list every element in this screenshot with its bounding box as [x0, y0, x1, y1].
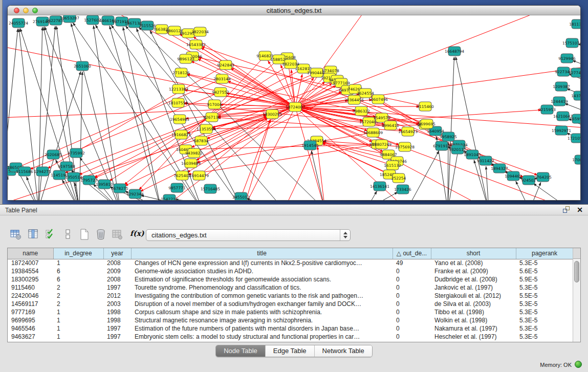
graph-node-label: 1914545 — [301, 143, 319, 148]
status-bar: Memory: OK — [0, 358, 588, 372]
float-panel-icon[interactable] — [562, 206, 571, 214]
graph-node-label: 1894327 — [491, 166, 508, 171]
show-columns-button[interactable] — [27, 228, 40, 242]
new-file-icon — [78, 228, 91, 240]
table-cell: Genome-wide association studies in ADHD. — [131, 267, 393, 275]
graph-node-label: 9699695 — [418, 122, 435, 126]
table-cell: 5.9E-5 — [516, 275, 573, 283]
delete-columns-button[interactable] — [94, 228, 107, 242]
graph-node-label: 16039489 — [181, 161, 201, 166]
column-header-pagerank[interactable]: pagerank — [516, 248, 573, 259]
graph-node-label: 2718126 — [172, 71, 190, 75]
graph-edge — [407, 151, 439, 201]
table-cell: 5.5E-5 — [516, 292, 573, 300]
column-header-out_de[interactable]: △ out_de... — [393, 248, 431, 259]
table-cell: 5.3E-5 — [516, 283, 573, 292]
table-panel-titlebar: Table Panel ✕ — [0, 205, 588, 215]
table-row[interactable]: 946554611997Estimation of the future num… — [8, 324, 573, 333]
graph-node-label: 15716485 — [201, 187, 220, 191]
table-selector-value: citations_edges.txt — [151, 231, 207, 239]
graph-node-label: 1395810 — [96, 182, 113, 187]
table-cell: 0 — [393, 275, 431, 283]
graph-node-label: 1891045 — [464, 152, 481, 157]
table-row[interactable]: 977716911998Corpus callosum shape and si… — [8, 308, 573, 316]
graph-node-label: 3215953 — [538, 107, 556, 112]
select-all-columns-button[interactable] — [44, 228, 57, 242]
table-cell: 6 — [53, 267, 103, 275]
graph-nodes: 1872400724055724276914061622783510653287… — [8, 15, 581, 201]
graph-node-label: 1659584 — [570, 117, 581, 121]
column-header-in_degree[interactable]: in_degree — [53, 248, 103, 259]
graph-node-label: 18724007 — [286, 105, 305, 110]
graph-node-label: 9197588 — [58, 164, 75, 169]
vertical-scrollbar[interactable] — [573, 248, 580, 342]
table-cell: Estimation of the future numbers of pati… — [131, 324, 393, 333]
network-canvas[interactable]: 1872400724055724276914061622783510653287… — [8, 15, 581, 201]
graph-edge — [299, 15, 545, 105]
table-header-row: namein_degreeyeartitle△ out_de...shortpa… — [8, 248, 573, 259]
table-row[interactable]: 1938455462009Genome-wide association stu… — [8, 267, 573, 275]
graph-edge — [8, 177, 8, 201]
table-cell: Investigating the contribution of common… — [131, 292, 393, 300]
double-check-icon — [45, 228, 57, 240]
graph-edge — [474, 160, 489, 201]
table-row[interactable]: 1456911722003Disruption of a novel membe… — [8, 300, 573, 308]
column-header-name[interactable]: name — [8, 248, 53, 259]
graph-node-label: 20364456 — [344, 98, 364, 102]
graph-edge — [247, 199, 284, 201]
table-cell: Tibbo et al. (1998) — [431, 308, 516, 316]
column-header-title[interactable]: title — [131, 248, 393, 259]
table-row[interactable]: 2242004622012Investigating the contribut… — [8, 292, 573, 300]
table-mode-button[interactable] — [9, 228, 23, 242]
table-cell: 1 — [53, 324, 103, 333]
column-header-year[interactable]: year — [103, 248, 131, 259]
close-panel-icon[interactable]: ✕ — [577, 206, 583, 214]
table-selector-dropdown[interactable]: citations_edges.txt — [146, 229, 351, 241]
graph-node-label: 9857771 — [168, 186, 186, 190]
table-tabs: Node TableEdge TableNetwork Table — [215, 345, 373, 357]
graph-node-label: 6734078 — [322, 69, 339, 73]
table-cell: 1997 — [103, 333, 131, 341]
scrollbar-thumb[interactable] — [574, 261, 579, 282]
graph-edge — [188, 145, 373, 174]
graph-node-label: 9115460 — [417, 104, 434, 109]
graph-node-label: 3624554 — [357, 91, 374, 96]
graph-node-label: 1244419 — [551, 99, 568, 104]
graph-node-label: 9129946 — [558, 56, 576, 61]
table-cell: Franke et al. (2009) — [431, 267, 516, 275]
graph-node-label: 1549579 — [373, 116, 390, 120]
function-builder-button[interactable]: f(x) — [130, 229, 144, 237]
table-cell: 0 — [393, 333, 431, 341]
table-cell: 1 — [53, 308, 103, 316]
table-row[interactable]: 911546021997Tourette syndrome. Phenomeno… — [8, 283, 573, 292]
tab-node-table[interactable]: Node Table — [216, 345, 265, 357]
unselect-all-columns-button[interactable] — [61, 228, 75, 242]
create-column-button[interactable] — [78, 228, 91, 242]
graph-node-label: 1733426 — [394, 187, 411, 192]
graph-node-label: 7625402 — [173, 173, 191, 178]
disabled-table-icon — [111, 228, 123, 240]
network-window-titlebar[interactable]: citations_edges.txt — [8, 6, 580, 15]
tab-edge-table[interactable]: Edge Table — [265, 345, 314, 357]
graph-node-label: 1678275 — [111, 186, 128, 191]
delete-table-button[interactable] — [111, 228, 124, 242]
graph-node-label: 2803144 — [213, 77, 231, 81]
graph-node-label: 19166827 — [171, 133, 191, 137]
table-cell: 5.6E-5 — [516, 267, 573, 275]
column-header-short[interactable]: short — [431, 248, 516, 259]
table-cell: Embryonic stem cells: a model to study s… — [131, 333, 393, 341]
graph-edge — [284, 146, 314, 201]
table-cell: 1998 — [103, 316, 131, 324]
table-cell: 0 — [393, 316, 431, 324]
table-row[interactable]: 1872400712008Changes of HCN gene express… — [8, 259, 573, 267]
table-cell: 22420046 — [8, 292, 53, 300]
table-row[interactable]: 969969511998Structural magnetic resonanc… — [8, 316, 573, 324]
tab-network-table[interactable]: Network Table — [314, 345, 372, 357]
graph-node-label: 1294275 — [34, 169, 51, 174]
graph-node-label: 11353594 — [197, 127, 216, 132]
graph-node-label: 917004 — [207, 102, 222, 107]
table-cell: 18300295 — [8, 275, 53, 283]
table-row[interactable]: 946362711997Embryonic stem cells: a mode… — [8, 333, 573, 341]
table-cell: 9777169 — [8, 308, 53, 316]
table-row[interactable]: 1830029562008Estimation of significance … — [8, 275, 573, 283]
